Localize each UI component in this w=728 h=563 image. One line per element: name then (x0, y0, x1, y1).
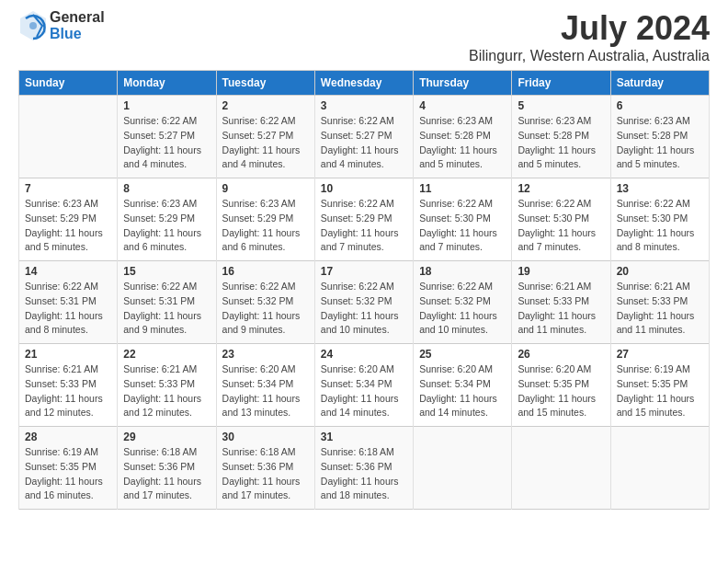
calendar-cell: 2Sunrise: 6:22 AMSunset: 5:27 PMDaylight… (216, 96, 314, 178)
day-number: 31 (321, 431, 407, 443)
cell-details: Sunrise: 6:23 AMSunset: 5:28 PMDaylight:… (419, 114, 506, 172)
calendar-cell: 10Sunrise: 6:22 AMSunset: 5:29 PMDayligh… (314, 178, 413, 261)
day-number: 13 (617, 182, 703, 195)
calendar-cell: 6Sunrise: 6:23 AMSunset: 5:28 PMDaylight… (610, 96, 709, 178)
cell-details: Sunrise: 6:23 AMSunset: 5:28 PMDaylight:… (518, 114, 604, 172)
cell-details: Sunrise: 6:21 AMSunset: 5:33 PMDaylight:… (617, 280, 703, 338)
calendar-cell: 1Sunrise: 6:22 AMSunset: 5:27 PMDaylight… (118, 96, 216, 178)
day-number: 30 (222, 431, 309, 443)
day-number: 14 (25, 265, 111, 278)
calendar-week-row: 28Sunrise: 6:19 AMSunset: 5:35 PMDayligh… (19, 427, 710, 510)
day-number: 17 (321, 265, 407, 278)
day-number: 25 (419, 348, 506, 361)
cell-details: Sunrise: 6:22 AMSunset: 5:32 PMDaylight:… (222, 280, 309, 338)
calendar-cell: 26Sunrise: 6:20 AMSunset: 5:35 PMDayligh… (512, 344, 610, 427)
day-number: 27 (617, 348, 703, 361)
calendar-week-row: 14Sunrise: 6:22 AMSunset: 5:31 PMDayligh… (19, 261, 710, 344)
calendar-cell: 14Sunrise: 6:22 AMSunset: 5:31 PMDayligh… (19, 261, 118, 344)
calendar-week-row: 7Sunrise: 6:23 AMSunset: 5:29 PMDaylight… (19, 178, 710, 261)
day-number: 15 (123, 265, 210, 278)
svg-point-1 (29, 22, 37, 29)
day-number: 1 (123, 99, 210, 112)
calendar-header-row: SundayMondayTuesdayWednesdayThursdayFrid… (19, 71, 710, 96)
logo-text: General Blue (50, 9, 105, 42)
cell-details: Sunrise: 6:18 AMSunset: 5:36 PMDaylight:… (123, 445, 210, 503)
calendar-cell: 13Sunrise: 6:22 AMSunset: 5:30 PMDayligh… (610, 178, 709, 261)
cell-details: Sunrise: 6:20 AMSunset: 5:34 PMDaylight:… (321, 362, 407, 420)
cell-details: Sunrise: 6:22 AMSunset: 5:32 PMDaylight:… (419, 280, 506, 338)
day-number: 10 (321, 182, 407, 195)
calendar-week-row: 21Sunrise: 6:21 AMSunset: 5:33 PMDayligh… (19, 344, 710, 427)
cell-details: Sunrise: 6:20 AMSunset: 5:34 PMDaylight:… (419, 362, 506, 420)
calendar-cell: 21Sunrise: 6:21 AMSunset: 5:33 PMDayligh… (19, 344, 118, 427)
day-header-wednesday: Wednesday (314, 71, 413, 96)
day-number: 8 (123, 182, 210, 195)
day-number: 6 (617, 99, 703, 112)
day-number: 2 (222, 99, 309, 112)
calendar-body: 1Sunrise: 6:22 AMSunset: 5:27 PMDaylight… (19, 96, 710, 510)
calendar-cell: 17Sunrise: 6:22 AMSunset: 5:32 PMDayligh… (314, 261, 413, 344)
calendar-cell: 27Sunrise: 6:19 AMSunset: 5:35 PMDayligh… (610, 344, 709, 427)
day-number: 21 (25, 348, 111, 361)
calendar-cell (19, 96, 118, 178)
cell-details: Sunrise: 6:18 AMSunset: 5:36 PMDaylight:… (222, 445, 309, 503)
calendar-cell (414, 427, 512, 510)
day-number: 12 (518, 182, 604, 195)
cell-details: Sunrise: 6:22 AMSunset: 5:30 PMDaylight:… (617, 197, 703, 255)
day-number: 7 (25, 182, 111, 195)
calendar-cell: 18Sunrise: 6:22 AMSunset: 5:32 PMDayligh… (414, 261, 512, 344)
day-number: 16 (222, 265, 309, 278)
cell-details: Sunrise: 6:22 AMSunset: 5:31 PMDaylight:… (123, 280, 210, 338)
cell-details: Sunrise: 6:22 AMSunset: 5:29 PMDaylight:… (321, 197, 407, 255)
cell-details: Sunrise: 6:20 AMSunset: 5:34 PMDaylight:… (222, 362, 309, 420)
logo-general: General (50, 9, 105, 26)
calendar-cell: 3Sunrise: 6:22 AMSunset: 5:27 PMDaylight… (314, 96, 413, 178)
cell-details: Sunrise: 6:20 AMSunset: 5:35 PMDaylight:… (518, 362, 604, 420)
logo: General Blue (18, 9, 105, 42)
day-header-sunday: Sunday (19, 71, 118, 96)
calendar-cell: 7Sunrise: 6:23 AMSunset: 5:29 PMDaylight… (19, 178, 118, 261)
day-number: 5 (518, 99, 604, 112)
cell-details: Sunrise: 6:22 AMSunset: 5:32 PMDaylight:… (321, 280, 407, 338)
calendar-cell (610, 427, 709, 510)
day-header-thursday: Thursday (414, 71, 512, 96)
calendar-cell: 8Sunrise: 6:23 AMSunset: 5:29 PMDaylight… (118, 178, 216, 261)
day-header-tuesday: Tuesday (216, 71, 314, 96)
calendar-cell: 5Sunrise: 6:23 AMSunset: 5:28 PMDaylight… (512, 96, 610, 178)
calendar-cell: 4Sunrise: 6:23 AMSunset: 5:28 PMDaylight… (414, 96, 512, 178)
cell-details: Sunrise: 6:22 AMSunset: 5:27 PMDaylight:… (123, 114, 210, 172)
day-number: 22 (123, 348, 210, 361)
calendar-week-row: 1Sunrise: 6:22 AMSunset: 5:27 PMDaylight… (19, 96, 710, 178)
day-number: 23 (222, 348, 309, 361)
day-number: 11 (419, 182, 506, 195)
calendar-cell: 30Sunrise: 6:18 AMSunset: 5:36 PMDayligh… (216, 427, 314, 510)
calendar-cell: 25Sunrise: 6:20 AMSunset: 5:34 PMDayligh… (414, 344, 512, 427)
day-number: 28 (25, 431, 111, 443)
header: General Blue July 2024 Bilingurr, Wester… (18, 9, 710, 64)
subtitle: Bilingurr, Western Australia, Australia (469, 48, 710, 64)
main-title: July 2024 (469, 9, 710, 48)
day-header-monday: Monday (118, 71, 216, 96)
logo-icon (18, 9, 48, 42)
cell-details: Sunrise: 6:22 AMSunset: 5:31 PMDaylight:… (25, 280, 111, 338)
cell-details: Sunrise: 6:21 AMSunset: 5:33 PMDaylight:… (25, 362, 111, 420)
cell-details: Sunrise: 6:23 AMSunset: 5:28 PMDaylight:… (617, 114, 703, 172)
calendar-cell: 31Sunrise: 6:18 AMSunset: 5:36 PMDayligh… (314, 427, 413, 510)
calendar-cell: 11Sunrise: 6:22 AMSunset: 5:30 PMDayligh… (414, 178, 512, 261)
day-number: 29 (123, 431, 210, 443)
cell-details: Sunrise: 6:19 AMSunset: 5:35 PMDaylight:… (25, 445, 111, 503)
cell-details: Sunrise: 6:22 AMSunset: 5:30 PMDaylight:… (419, 197, 506, 255)
calendar-cell: 22Sunrise: 6:21 AMSunset: 5:33 PMDayligh… (118, 344, 216, 427)
day-header-friday: Friday (512, 71, 610, 96)
cell-details: Sunrise: 6:21 AMSunset: 5:33 PMDaylight:… (123, 362, 210, 420)
day-number: 20 (617, 265, 703, 278)
cell-details: Sunrise: 6:23 AMSunset: 5:29 PMDaylight:… (222, 197, 309, 255)
day-number: 9 (222, 182, 309, 195)
calendar-cell: 23Sunrise: 6:20 AMSunset: 5:34 PMDayligh… (216, 344, 314, 427)
calendar-table: SundayMondayTuesdayWednesdayThursdayFrid… (18, 70, 710, 510)
logo-blue: Blue (50, 26, 105, 42)
day-number: 26 (518, 348, 604, 361)
calendar-cell: 16Sunrise: 6:22 AMSunset: 5:32 PMDayligh… (216, 261, 314, 344)
calendar-cell: 20Sunrise: 6:21 AMSunset: 5:33 PMDayligh… (610, 261, 709, 344)
cell-details: Sunrise: 6:21 AMSunset: 5:33 PMDaylight:… (518, 280, 604, 338)
